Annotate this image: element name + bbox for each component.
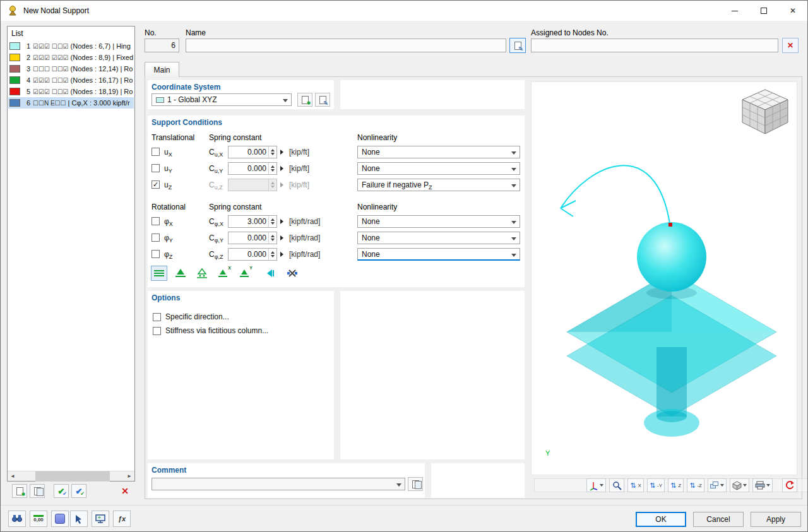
comment-combobox[interactable] — [152, 478, 405, 490]
pencil-icon: ✎ — [518, 46, 523, 52]
delete-support-button[interactable]: ✕ — [117, 484, 133, 498]
list-item-1[interactable]: 1 ☑☑☑ ☐☐☑ (Nodes : 6,7) | Hing — [8, 40, 134, 52]
new-support-button[interactable]: ✱ — [12, 484, 27, 498]
scroll-right-arrow[interactable]: ► — [124, 471, 134, 482]
uy-spring-input[interactable]: 0.000 — [228, 162, 277, 175]
display-mode-button[interactable] — [708, 478, 727, 492]
edit-coordinate-system-button[interactable]: ✎ — [315, 93, 330, 107]
pick-object-button[interactable] — [70, 511, 88, 527]
support-preset-free-button[interactable] — [151, 266, 167, 281]
new-sheet-icon: ✱ — [16, 487, 23, 495]
assigned-nodes-input[interactable] — [531, 38, 778, 52]
copy-comment-button[interactable] — [408, 477, 423, 491]
comment-box: Comment — [148, 463, 425, 498]
function-button[interactable]: ƒx — [113, 511, 131, 527]
uy-detail-arrow[interactable] — [280, 166, 283, 171]
support-preset-y-button[interactable]: Y — [237, 266, 253, 281]
scroll-left-arrow[interactable]: ◄ — [8, 471, 18, 482]
no-label: No. — [145, 28, 157, 37]
phiy-checkbox[interactable] — [152, 233, 160, 242]
rotational-label: Rotational — [152, 203, 186, 211]
scrollbar-track[interactable] — [18, 471, 124, 482]
isometric-view-button[interactable] — [730, 478, 749, 492]
phiy-detail-arrow[interactable] — [280, 235, 283, 240]
find-button[interactable] — [8, 511, 26, 527]
up-arrow-icon — [271, 235, 275, 237]
phix-nonlinearity-select[interactable]: None — [357, 215, 520, 228]
check-assign-button[interactable]: ✔ ✔ — [54, 484, 69, 498]
check-transfer-button[interactable]: ✔ ✔ — [71, 484, 86, 498]
phiz-checkbox[interactable] — [152, 250, 160, 258]
phix-checkbox[interactable] — [152, 217, 160, 225]
list-item-6-selected[interactable]: 6 ☐☐N E☐☐ | Cφ,X : 3.000 kipft/r — [8, 97, 134, 109]
uz-checkbox[interactable]: ✓ — [152, 180, 160, 189]
fit-minus-y-button[interactable]: ⇅-Y — [647, 478, 665, 492]
name-input[interactable] — [186, 38, 506, 52]
uy-spinner-arrows[interactable] — [268, 163, 276, 174]
phiz-spinner-arrows[interactable] — [268, 249, 276, 260]
specific-direction-label: Specific direction... — [165, 312, 229, 321]
uz-nonlinearity-select[interactable]: Failure if negative PZ — [357, 179, 520, 191]
specific-direction-checkbox[interactable] — [153, 313, 161, 321]
item-number: 3 — [23, 65, 30, 73]
ux-spinner-arrows[interactable] — [268, 146, 276, 158]
minimize-button[interactable] — [720, 1, 749, 21]
phiz-detail-arrow[interactable] — [280, 252, 283, 257]
fit-minus-z-button[interactable]: ⇅-Z — [687, 478, 704, 492]
fit-z-button[interactable]: ⇅Z — [668, 478, 684, 492]
support-preset-x-button[interactable]: X — [215, 266, 232, 281]
new-coordinate-system-button[interactable]: ✱ — [297, 93, 312, 107]
support-preset-sliding-button[interactable] — [263, 266, 279, 281]
navigation-cube[interactable] — [742, 90, 788, 134]
list-item-2[interactable]: 2 ☑☑☑ ☑☑☑ (Nodes : 8,9) | Fixed — [8, 52, 134, 63]
list-item-3[interactable]: 3 ☐☐☐ ☐☐☑ (Nodes : 12,14) | Ro — [8, 63, 134, 74]
dropdown-arrow-icon — [720, 484, 724, 487]
uy-nonlinearity-select[interactable]: None — [357, 162, 520, 175]
horizontal-scrollbar[interactable]: ◄ ► — [8, 471, 134, 481]
reset-view-button[interactable] — [782, 478, 797, 492]
display-properties-button[interactable] — [51, 511, 69, 527]
phix-spinner-arrows[interactable] — [268, 216, 276, 227]
viewport-3d[interactable]: Y — [531, 81, 797, 475]
fictitious-column-checkbox[interactable] — [153, 327, 161, 335]
ux-checkbox[interactable] — [152, 148, 160, 156]
title-bar[interactable]: New Nodal Support ✕ — [1, 1, 807, 21]
decimal-places-button[interactable]: 0,00 — [30, 511, 47, 527]
phix-spring-input[interactable]: 3.000 — [228, 215, 277, 228]
footer-divider — [1, 505, 807, 505]
phiy-nonlinearity-select[interactable]: None — [357, 232, 520, 244]
select-nodes-button[interactable]: ✕ — [782, 38, 799, 53]
list-item-4[interactable]: 4 ☑☑☑ ☐☐☑ (Nodes : 16,17) | Ro — [8, 74, 134, 86]
maximize-button[interactable] — [749, 1, 778, 21]
close-button[interactable]: ✕ — [778, 1, 807, 21]
support-preset-hinged-button[interactable] — [172, 266, 189, 281]
ok-button[interactable]: OK — [636, 512, 686, 527]
full-screen-button[interactable] — [92, 511, 109, 527]
view-axes-button[interactable] — [586, 478, 606, 492]
support-preset-roller-button[interactable] — [194, 266, 210, 281]
edit-name-button[interactable]: ✎ — [509, 38, 526, 53]
uy-checkbox[interactable] — [152, 164, 160, 172]
tab-main[interactable]: Main — [145, 62, 179, 77]
ux-detail-arrow[interactable] — [280, 150, 283, 155]
phiz-nonlinearity-select[interactable]: None — [357, 248, 520, 261]
phiy-spring-input[interactable]: 0.000 — [228, 232, 277, 244]
apply-button[interactable]: Apply — [751, 512, 801, 527]
print-button[interactable] — [752, 478, 773, 492]
zoom-mode-button[interactable] — [609, 478, 624, 492]
color-swatch — [9, 65, 20, 73]
scrollbar-thumb[interactable] — [35, 471, 110, 482]
fit-x-button[interactable]: ⇅X — [627, 478, 644, 492]
coordinate-system-select[interactable]: 1 - Global XYZ — [152, 93, 292, 106]
uz-label: uZ — [164, 180, 172, 191]
phiz-spring-input[interactable]: 0.000 — [228, 248, 277, 261]
ux-nonlinearity-select[interactable]: None — [357, 146, 520, 158]
list-item-5[interactable]: 5 ☑☑☑ ☐☐☑ (Nodes : 18,19) | Ro — [8, 86, 134, 97]
ux-spring-input[interactable]: 0.000 — [228, 146, 277, 158]
support-preset-clear-button[interactable] — [284, 266, 300, 281]
mini-check-icon: ✔ — [62, 492, 67, 497]
phix-detail-arrow[interactable] — [280, 219, 283, 224]
cancel-button[interactable]: Cancel — [693, 512, 744, 527]
phiy-spinner-arrows[interactable] — [268, 232, 276, 244]
copy-support-button[interactable] — [30, 484, 45, 498]
